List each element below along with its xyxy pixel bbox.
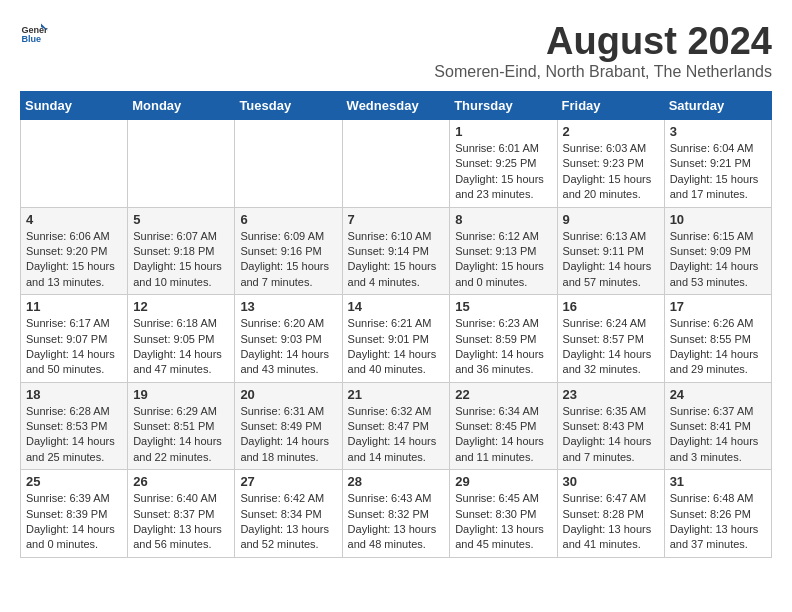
- day-number: 25: [26, 474, 122, 489]
- calendar-cell: 13Sunrise: 6:20 AM Sunset: 9:03 PM Dayli…: [235, 295, 342, 383]
- day-number: 28: [348, 474, 445, 489]
- calendar-week-row: 11Sunrise: 6:17 AM Sunset: 9:07 PM Dayli…: [21, 295, 772, 383]
- day-info: Sunrise: 6:35 AM Sunset: 8:43 PM Dayligh…: [563, 404, 659, 466]
- day-info: Sunrise: 6:34 AM Sunset: 8:45 PM Dayligh…: [455, 404, 551, 466]
- calendar-cell: 25Sunrise: 6:39 AM Sunset: 8:39 PM Dayli…: [21, 470, 128, 558]
- day-info: Sunrise: 6:31 AM Sunset: 8:49 PM Dayligh…: [240, 404, 336, 466]
- day-info: Sunrise: 6:45 AM Sunset: 8:30 PM Dayligh…: [455, 491, 551, 553]
- day-number: 27: [240, 474, 336, 489]
- calendar-cell: 4Sunrise: 6:06 AM Sunset: 9:20 PM Daylig…: [21, 207, 128, 295]
- day-number: 8: [455, 212, 551, 227]
- day-info: Sunrise: 6:09 AM Sunset: 9:16 PM Dayligh…: [240, 229, 336, 291]
- weekday-header-row: SundayMondayTuesdayWednesdayThursdayFrid…: [21, 92, 772, 120]
- day-number: 12: [133, 299, 229, 314]
- calendar-cell: 19Sunrise: 6:29 AM Sunset: 8:51 PM Dayli…: [128, 382, 235, 470]
- day-number: 21: [348, 387, 445, 402]
- calendar-cell: 1Sunrise: 6:01 AM Sunset: 9:25 PM Daylig…: [450, 120, 557, 208]
- calendar-week-row: 25Sunrise: 6:39 AM Sunset: 8:39 PM Dayli…: [21, 470, 772, 558]
- calendar-cell: 27Sunrise: 6:42 AM Sunset: 8:34 PM Dayli…: [235, 470, 342, 558]
- calendar-week-row: 1Sunrise: 6:01 AM Sunset: 9:25 PM Daylig…: [21, 120, 772, 208]
- day-number: 10: [670, 212, 766, 227]
- weekday-header-saturday: Saturday: [664, 92, 771, 120]
- day-number: 22: [455, 387, 551, 402]
- day-info: Sunrise: 6:39 AM Sunset: 8:39 PM Dayligh…: [26, 491, 122, 553]
- calendar-cell: 2Sunrise: 6:03 AM Sunset: 9:23 PM Daylig…: [557, 120, 664, 208]
- day-info: Sunrise: 6:43 AM Sunset: 8:32 PM Dayligh…: [348, 491, 445, 553]
- day-number: 20: [240, 387, 336, 402]
- calendar-cell: 11Sunrise: 6:17 AM Sunset: 9:07 PM Dayli…: [21, 295, 128, 383]
- calendar-cell: 3Sunrise: 6:04 AM Sunset: 9:21 PM Daylig…: [664, 120, 771, 208]
- day-info: Sunrise: 6:10 AM Sunset: 9:14 PM Dayligh…: [348, 229, 445, 291]
- location-subtitle: Someren-Eind, North Brabant, The Netherl…: [434, 63, 772, 81]
- day-number: 7: [348, 212, 445, 227]
- day-info: Sunrise: 6:12 AM Sunset: 9:13 PM Dayligh…: [455, 229, 551, 291]
- day-info: Sunrise: 6:32 AM Sunset: 8:47 PM Dayligh…: [348, 404, 445, 466]
- calendar-cell: 22Sunrise: 6:34 AM Sunset: 8:45 PM Dayli…: [450, 382, 557, 470]
- day-info: Sunrise: 6:13 AM Sunset: 9:11 PM Dayligh…: [563, 229, 659, 291]
- day-info: Sunrise: 6:03 AM Sunset: 9:23 PM Dayligh…: [563, 141, 659, 203]
- day-info: Sunrise: 6:40 AM Sunset: 8:37 PM Dayligh…: [133, 491, 229, 553]
- day-number: 17: [670, 299, 766, 314]
- weekday-header-wednesday: Wednesday: [342, 92, 450, 120]
- day-number: 2: [563, 124, 659, 139]
- day-number: 29: [455, 474, 551, 489]
- day-info: Sunrise: 6:21 AM Sunset: 9:01 PM Dayligh…: [348, 316, 445, 378]
- day-info: Sunrise: 6:18 AM Sunset: 9:05 PM Dayligh…: [133, 316, 229, 378]
- day-info: Sunrise: 6:47 AM Sunset: 8:28 PM Dayligh…: [563, 491, 659, 553]
- day-info: Sunrise: 6:28 AM Sunset: 8:53 PM Dayligh…: [26, 404, 122, 466]
- day-info: Sunrise: 6:01 AM Sunset: 9:25 PM Dayligh…: [455, 141, 551, 203]
- logo: General Blue: [20, 20, 48, 48]
- calendar-cell: 29Sunrise: 6:45 AM Sunset: 8:30 PM Dayli…: [450, 470, 557, 558]
- svg-text:General: General: [21, 25, 48, 35]
- calendar-cell: 16Sunrise: 6:24 AM Sunset: 8:57 PM Dayli…: [557, 295, 664, 383]
- month-year-title: August 2024: [434, 20, 772, 63]
- weekday-header-friday: Friday: [557, 92, 664, 120]
- svg-text:Blue: Blue: [21, 34, 41, 44]
- day-info: Sunrise: 6:17 AM Sunset: 9:07 PM Dayligh…: [26, 316, 122, 378]
- calendar-cell: 14Sunrise: 6:21 AM Sunset: 9:01 PM Dayli…: [342, 295, 450, 383]
- calendar-cell: 15Sunrise: 6:23 AM Sunset: 8:59 PM Dayli…: [450, 295, 557, 383]
- calendar-cell: 17Sunrise: 6:26 AM Sunset: 8:55 PM Dayli…: [664, 295, 771, 383]
- day-number: 31: [670, 474, 766, 489]
- logo-icon: General Blue: [20, 20, 48, 48]
- calendar-cell: 31Sunrise: 6:48 AM Sunset: 8:26 PM Dayli…: [664, 470, 771, 558]
- day-number: 15: [455, 299, 551, 314]
- day-number: 23: [563, 387, 659, 402]
- calendar-cell: 30Sunrise: 6:47 AM Sunset: 8:28 PM Dayli…: [557, 470, 664, 558]
- day-number: 6: [240, 212, 336, 227]
- calendar-cell: 21Sunrise: 6:32 AM Sunset: 8:47 PM Dayli…: [342, 382, 450, 470]
- day-number: 19: [133, 387, 229, 402]
- weekday-header-thursday: Thursday: [450, 92, 557, 120]
- day-info: Sunrise: 6:07 AM Sunset: 9:18 PM Dayligh…: [133, 229, 229, 291]
- title-section: August 2024 Someren-Eind, North Brabant,…: [434, 20, 772, 81]
- weekday-header-tuesday: Tuesday: [235, 92, 342, 120]
- calendar-cell: 10Sunrise: 6:15 AM Sunset: 9:09 PM Dayli…: [664, 207, 771, 295]
- day-number: 24: [670, 387, 766, 402]
- day-info: Sunrise: 6:42 AM Sunset: 8:34 PM Dayligh…: [240, 491, 336, 553]
- day-info: Sunrise: 6:20 AM Sunset: 9:03 PM Dayligh…: [240, 316, 336, 378]
- calendar-cell: [342, 120, 450, 208]
- day-info: Sunrise: 6:24 AM Sunset: 8:57 PM Dayligh…: [563, 316, 659, 378]
- weekday-header-sunday: Sunday: [21, 92, 128, 120]
- calendar-cell: 9Sunrise: 6:13 AM Sunset: 9:11 PM Daylig…: [557, 207, 664, 295]
- day-number: 14: [348, 299, 445, 314]
- day-number: 4: [26, 212, 122, 227]
- day-number: 16: [563, 299, 659, 314]
- calendar-cell: 7Sunrise: 6:10 AM Sunset: 9:14 PM Daylig…: [342, 207, 450, 295]
- calendar-week-row: 18Sunrise: 6:28 AM Sunset: 8:53 PM Dayli…: [21, 382, 772, 470]
- calendar-cell: [128, 120, 235, 208]
- day-number: 9: [563, 212, 659, 227]
- calendar-cell: 26Sunrise: 6:40 AM Sunset: 8:37 PM Dayli…: [128, 470, 235, 558]
- day-number: 11: [26, 299, 122, 314]
- day-info: Sunrise: 6:26 AM Sunset: 8:55 PM Dayligh…: [670, 316, 766, 378]
- calendar-table: SundayMondayTuesdayWednesdayThursdayFrid…: [20, 91, 772, 558]
- day-info: Sunrise: 6:23 AM Sunset: 8:59 PM Dayligh…: [455, 316, 551, 378]
- day-number: 18: [26, 387, 122, 402]
- calendar-cell: 28Sunrise: 6:43 AM Sunset: 8:32 PM Dayli…: [342, 470, 450, 558]
- day-info: Sunrise: 6:48 AM Sunset: 8:26 PM Dayligh…: [670, 491, 766, 553]
- calendar-cell: 18Sunrise: 6:28 AM Sunset: 8:53 PM Dayli…: [21, 382, 128, 470]
- day-info: Sunrise: 6:37 AM Sunset: 8:41 PM Dayligh…: [670, 404, 766, 466]
- calendar-cell: 20Sunrise: 6:31 AM Sunset: 8:49 PM Dayli…: [235, 382, 342, 470]
- day-number: 30: [563, 474, 659, 489]
- calendar-cell: 12Sunrise: 6:18 AM Sunset: 9:05 PM Dayli…: [128, 295, 235, 383]
